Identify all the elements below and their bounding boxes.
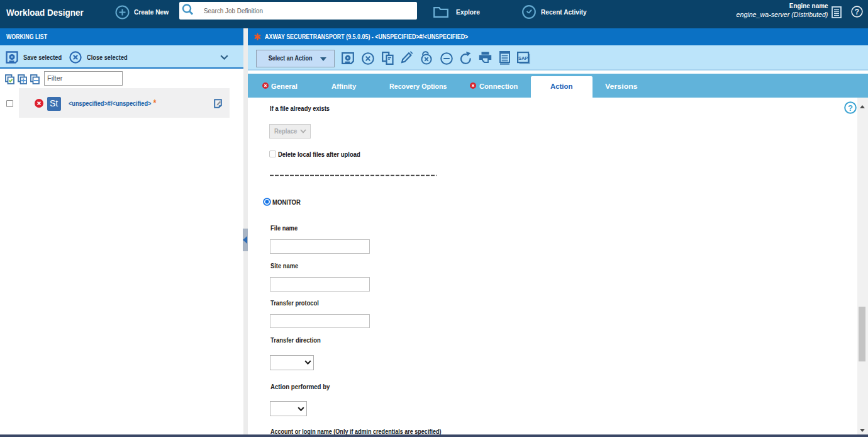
svg-text:?: ? xyxy=(848,103,853,113)
svg-text:?: ? xyxy=(855,8,859,16)
svg-text:SAP: SAP xyxy=(518,55,528,61)
